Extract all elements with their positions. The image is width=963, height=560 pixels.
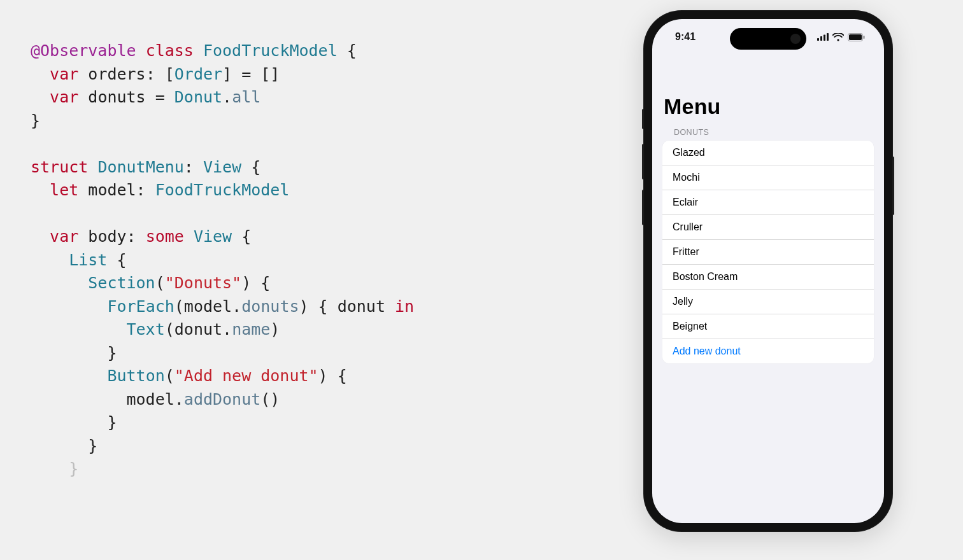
wifi-icon <box>832 33 844 41</box>
section-header: DONUTS <box>674 128 874 137</box>
code-line: model.addDonut() <box>31 388 604 412</box>
token-type: FoodTruckModel <box>155 181 290 199</box>
battery-icon <box>848 33 865 41</box>
phone-frame: 9:41 <box>643 10 893 532</box>
svg-rect-5 <box>849 34 862 40</box>
token-identifier: donut <box>175 320 222 339</box>
code-line: ForEach(model.donuts) { donut in <box>31 295 604 319</box>
token-keyword: var <box>50 88 78 106</box>
code-line: } <box>31 435 604 458</box>
token-type: Button <box>107 367 164 385</box>
list-item[interactable]: Boston Cream <box>662 265 874 290</box>
svg-rect-1 <box>820 36 822 41</box>
token-string: "Donuts" <box>165 274 241 292</box>
code-line: var orders: [Order] = [] <box>31 63 604 87</box>
token-type: DonutMenu <box>97 158 183 176</box>
code-line: var donuts = Donut.all <box>31 86 604 109</box>
token-member: addDonut <box>184 390 260 409</box>
token-attribute: @Observable <box>31 41 136 60</box>
token-type: Donut <box>175 88 222 106</box>
phone-screen: 9:41 <box>652 19 884 523</box>
list-item[interactable]: Mochi <box>662 165 874 190</box>
dynamic-island <box>730 28 806 50</box>
code-line: struct DonutMenu: View { <box>31 156 604 179</box>
token-type: ForEach <box>107 297 174 316</box>
code-line: } <box>31 109 604 133</box>
token-type: Text <box>127 320 165 339</box>
code-panel: @Observable class FoodTruckModel { var o… <box>31 39 604 481</box>
add-new-donut-button[interactable]: Add new donut <box>662 339 874 363</box>
list-item[interactable]: Jelly <box>662 290 874 314</box>
token-member: donuts <box>241 297 299 316</box>
token-member: all <box>232 88 260 106</box>
token-identifier: body <box>88 227 126 246</box>
token-keyword: let <box>50 181 78 199</box>
svg-rect-3 <box>827 33 829 41</box>
code-line: } <box>31 411 604 435</box>
list-item[interactable]: Beignet <box>662 314 874 339</box>
token-keyword: var <box>50 227 78 246</box>
code-line: Button("Add new donut") { <box>31 365 604 388</box>
code-line <box>31 202 604 226</box>
list-item[interactable]: Fritter <box>662 240 874 265</box>
code-line: Section("Donuts") { <box>31 272 604 295</box>
cellular-icon <box>817 33 829 41</box>
code-line: @Observable class FoodTruckModel { <box>31 39 604 63</box>
code-line: List { <box>31 249 604 272</box>
token-keyword: var <box>50 65 78 83</box>
token-type: Order <box>175 65 222 83</box>
token-identifier: orders <box>88 65 145 83</box>
token-member: name <box>232 320 270 339</box>
token-identifier: model <box>127 390 175 409</box>
list-item[interactable]: Eclair <box>662 190 874 215</box>
token-keyword: class <box>146 41 194 60</box>
status-time: 9:41 <box>675 31 696 43</box>
token-keyword: in <box>395 297 414 316</box>
token-keyword: some <box>146 227 184 246</box>
token-identifier: donut <box>338 297 385 316</box>
code-line: } <box>31 458 604 481</box>
nav-title: Menu <box>664 94 873 119</box>
svg-rect-0 <box>817 38 819 41</box>
token-identifier: donuts <box>88 88 145 106</box>
screen-content: Menu DONUTS Glazed Mochi Eclair Cruller … <box>652 90 884 523</box>
svg-rect-6 <box>864 36 865 39</box>
token-identifier: model <box>88 181 136 199</box>
token-string: "Add new donut" <box>175 367 318 385</box>
list-item[interactable]: Cruller <box>662 215 874 240</box>
camera-icon <box>790 34 801 44</box>
code-line: Text(donut.name) <box>31 318 604 342</box>
code-line <box>31 132 604 156</box>
code-line: var body: some View { <box>31 225 604 249</box>
token-type: View <box>194 227 232 246</box>
code-line: } <box>31 342 604 365</box>
donut-list: Glazed Mochi Eclair Cruller Fritter Bost… <box>662 141 874 363</box>
code-line: let model: FoodTruckModel <box>31 179 604 202</box>
list-item[interactable]: Glazed <box>662 141 874 165</box>
token-keyword: struct <box>31 158 88 176</box>
token-type: View <box>203 158 241 176</box>
phone-mockup: 9:41 <box>643 10 893 532</box>
svg-rect-2 <box>824 35 825 41</box>
token-literal: [] <box>260 65 280 83</box>
token-type: FoodTruckModel <box>203 41 338 60</box>
token-type: Section <box>88 274 155 292</box>
token-type: List <box>69 251 107 269</box>
token-identifier: model <box>184 297 232 316</box>
